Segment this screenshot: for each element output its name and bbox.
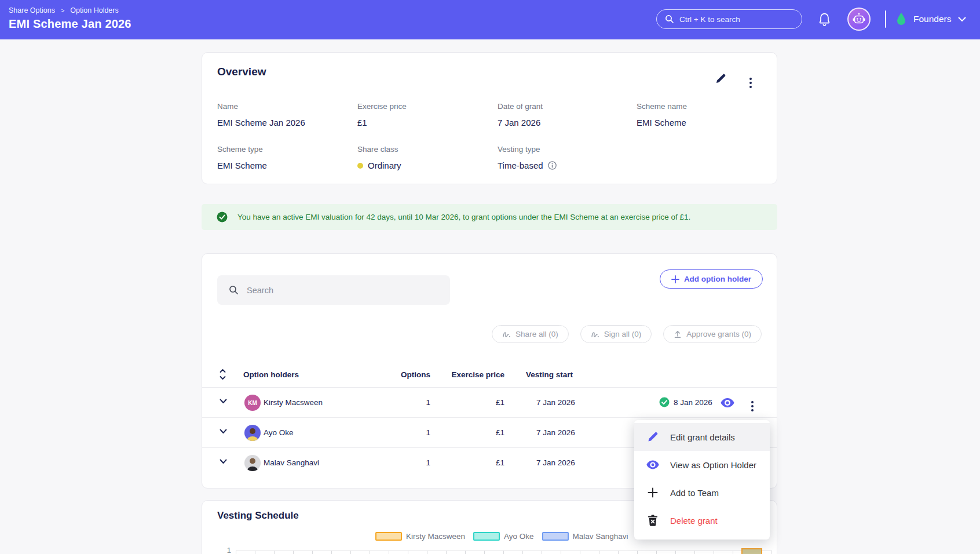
options-count: 1: [372, 428, 430, 437]
avatar: KM: [244, 395, 261, 411]
field-label: Scheme type: [217, 145, 350, 154]
table-header: Option holders Options Exercise price Ve…: [202, 363, 777, 388]
vesting-start-date: 7 Jan 2026: [536, 458, 575, 467]
view-as-holder-eye-icon[interactable]: [720, 397, 735, 409]
vesting-bar-kirsty: [741, 548, 762, 554]
breadcrumb-separator: >: [61, 7, 64, 14]
field-label: Scheme name: [637, 102, 770, 111]
y-axis-tick: 1: [220, 546, 231, 554]
column-exercise-price[interactable]: Exercise price: [447, 370, 504, 379]
overview-card: Overview Name EMI Scheme Jan 2026 Exerci…: [202, 52, 777, 184]
eye-icon: [646, 459, 660, 471]
field-label: Date of grant: [498, 102, 631, 111]
field-value: £1: [357, 118, 491, 127]
search-icon: [665, 14, 674, 24]
holder-name[interactable]: Malav Sanghavi: [264, 458, 319, 467]
column-options[interactable]: Options: [372, 370, 430, 379]
field-share-class: Share class Ordinary: [357, 145, 491, 170]
menu-item-delete-grant[interactable]: Delete grant: [634, 506, 770, 534]
page-title: EMI Scheme Jan 2026: [9, 17, 131, 31]
menu-item-edit-grant[interactable]: Edit grant details: [634, 423, 770, 451]
global-search[interactable]: [656, 9, 802, 29]
exercise-price: £1: [447, 428, 504, 437]
holder-name[interactable]: Kirsty Macsween: [264, 398, 323, 407]
field-exercise-price: Exercise price £1: [357, 102, 491, 127]
breadcrumb: Share Options > Option Holders: [9, 6, 119, 14]
chart-legend: Kirsty Macsween Ayo Oke Malav Sanghavi: [375, 532, 628, 541]
assistant-robot-avatar[interactable]: [847, 8, 871, 31]
table-search[interactable]: [217, 275, 450, 305]
table-row[interactable]: KM Kirsty Macsween 1 £1 7 Jan 2026 8 Jan…: [202, 388, 777, 418]
banner-text: You have an active EMI valuation for 42 …: [237, 213, 690, 221]
breadcrumb-option-holders[interactable]: Option Holders: [70, 6, 118, 14]
global-search-input[interactable]: [679, 15, 784, 24]
overview-kebab-menu-icon[interactable]: [745, 72, 756, 88]
bulk-actions: Share all (0) Sign all (0) Approve grant…: [492, 325, 762, 343]
legend-swatch: [375, 532, 402, 541]
legend-item[interactable]: Ayo Oke: [473, 532, 534, 541]
table-search-input[interactable]: [247, 286, 420, 295]
legend-item[interactable]: Malav Sanghavi: [542, 532, 628, 541]
account-name: Founders: [913, 14, 951, 24]
menu-item-add-to-team[interactable]: Add to Team: [634, 479, 770, 506]
column-option-holders[interactable]: Option holders: [243, 370, 299, 379]
field-vesting-type: Vesting type Time-based: [498, 145, 631, 170]
options-count: 1: [372, 398, 430, 407]
column-vesting-start[interactable]: Vesting start: [526, 370, 573, 379]
expand-row-chevron-icon[interactable]: [220, 459, 227, 464]
field-value: Time-based: [498, 161, 631, 170]
field-scheme-name: Scheme name EMI Scheme: [637, 102, 770, 127]
menu-item-view-as-option-holder[interactable]: View as Option Holder: [634, 451, 770, 479]
options-count: 1: [372, 458, 430, 467]
field-value: EMI Scheme: [217, 161, 350, 170]
share-all-button[interactable]: Share all (0): [492, 325, 569, 343]
chevron-down-icon: [958, 17, 966, 22]
plus-icon: [671, 275, 679, 283]
breadcrumb-share-options[interactable]: Share Options: [9, 6, 55, 14]
field-label: Share class: [357, 145, 491, 154]
expand-row-chevron-icon[interactable]: [220, 399, 227, 404]
add-option-holder-button[interactable]: Add option holder: [660, 269, 763, 289]
notifications-bell-icon[interactable]: [818, 12, 831, 27]
vesting-title: Vesting Schedule: [217, 510, 299, 522]
check-circle-icon: [217, 212, 228, 223]
avatar: [244, 425, 261, 441]
emi-valuation-banner: You have an active EMI valuation for 42 …: [202, 204, 777, 230]
row-kebab-menu-icon[interactable]: [751, 395, 754, 411]
edit-scheme-pencil-icon[interactable]: [715, 73, 726, 84]
field-scheme-type: Scheme type EMI Scheme: [217, 145, 350, 170]
field-value: EMI Scheme Jan 2026: [217, 118, 350, 127]
field-label: Vesting type: [498, 145, 631, 154]
row-context-menu: Edit grant details View as Option Holder…: [634, 420, 770, 540]
account-switcher[interactable]: Founders: [896, 8, 966, 30]
holder-name[interactable]: Ayo Oke: [264, 428, 294, 437]
upload-icon: [674, 330, 682, 338]
approve-grants-button[interactable]: Approve grants (0): [663, 325, 762, 343]
vesting-start-date: 7 Jan 2026: [536, 398, 575, 407]
field-date-of-grant: Date of grant 7 Jan 2026: [498, 102, 631, 127]
field-name: Name EMI Scheme Jan 2026: [217, 102, 350, 127]
field-label: Name: [217, 102, 350, 111]
sign-all-button[interactable]: Sign all (0): [580, 325, 652, 343]
legend-swatch: [542, 532, 569, 541]
info-icon[interactable]: [548, 161, 557, 170]
field-value: 7 Jan 2026: [498, 118, 631, 127]
app-header: Share Options > Option Holders EMI Schem…: [0, 0, 980, 39]
avatar: [244, 455, 261, 471]
grant-status: 8 Jan 2026: [659, 397, 712, 407]
trash-icon: [646, 515, 660, 526]
chart-axis-ticks: [236, 551, 772, 554]
vesting-start-date: 7 Jan 2026: [536, 428, 575, 437]
expand-row-chevron-icon[interactable]: [220, 429, 227, 434]
share-class-dot-icon: [357, 163, 363, 169]
exercise-price: £1: [447, 398, 504, 407]
search-icon: [229, 285, 239, 295]
legend-item[interactable]: Kirsty Macsween: [375, 532, 465, 541]
field-value: EMI Scheme: [637, 118, 770, 127]
company-droplet-icon: [896, 12, 906, 26]
overview-title: Overview: [217, 65, 266, 78]
signature-icon: [591, 330, 599, 338]
field-label: Exercise price: [357, 102, 491, 111]
exercise-price: £1: [447, 458, 504, 467]
sort-icon[interactable]: [220, 368, 226, 381]
